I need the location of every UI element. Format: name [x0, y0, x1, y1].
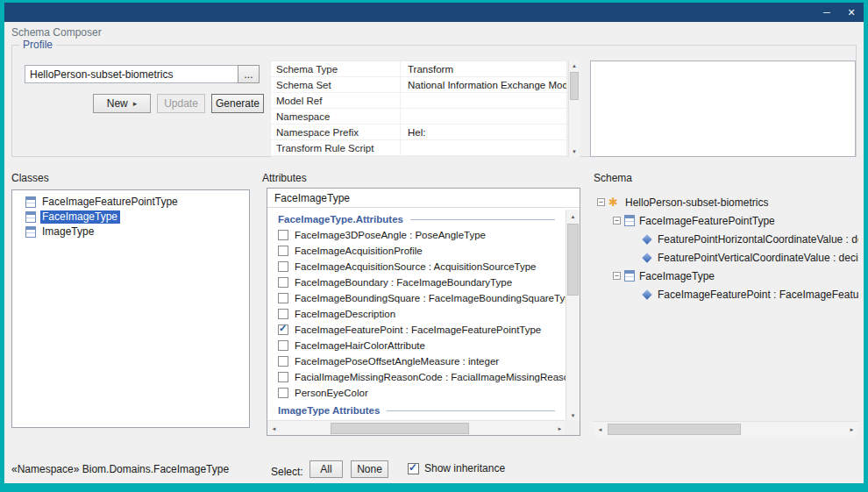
property-value	[401, 93, 566, 108]
checkmark-icon: ✓	[409, 461, 417, 474]
show-inheritance-label: Show inheritance	[424, 462, 505, 474]
scroll-left-icon[interactable]: ◄	[267, 422, 281, 435]
update-button[interactable]: Update	[157, 94, 205, 113]
browse-button[interactable]: ...	[238, 65, 260, 83]
classes-listbox[interactable]: FaceImageFeaturePointType FaceImageType …	[11, 189, 250, 428]
schema-tree-node[interactable]: FeaturePointVerticalCoordinateValue : de…	[594, 248, 858, 267]
new-button[interactable]: New ▸	[93, 94, 151, 113]
property-row[interactable]: Namespace Prefix Hel:	[271, 125, 566, 140]
attribute-row[interactable]: FaceImageBoundingSquare : FaceImageBound…	[267, 290, 566, 306]
class-name: ImageType	[40, 225, 96, 239]
generate-button-label: Generate	[216, 97, 260, 110]
dropdown-arrow-icon: ▸	[133, 99, 138, 108]
attribute-row[interactable]: FaceImageFeaturePoint : FaceImageFeature…	[267, 322, 566, 338]
schema-tree-node[interactable]: FaceImageType	[594, 267, 858, 285]
property-row[interactable]: Namespace	[271, 109, 566, 125]
property-value: Hel:	[401, 125, 566, 139]
property-row[interactable]: Transform Rule Script	[271, 140, 566, 156]
close-icon: ✕	[847, 7, 855, 18]
tree-node-icon	[624, 270, 635, 282]
attribute-checkbox[interactable]	[278, 230, 288, 240]
scrollbar-thumb[interactable]	[570, 72, 579, 100]
schema-composer-window: ─ ✕ Schema Composer Profile ... New ▸ Up…	[0, 0, 868, 492]
attributes-checkbox-list: FaceImage3DPoseAngle : PoseAngleType Fac…	[267, 227, 566, 401]
attribute-checkbox[interactable]	[278, 356, 288, 367]
tree-node-icon	[608, 196, 622, 209]
scroll-up-icon[interactable]: ▲	[569, 61, 580, 71]
attribute-row[interactable]: FaceImageDescription	[267, 306, 566, 322]
attribute-name: FacialImageMissingReasonCode : FacialIma…	[295, 372, 566, 382]
attribute-row[interactable]: PersonEyeColor	[267, 385, 566, 401]
schema-tree-nodes: HelloPerson-subset-biometrics FaceImageF…	[594, 188, 858, 303]
property-grid-scrollbar[interactable]: ▲ ▼	[568, 61, 580, 157]
attributes-panel: FaceImageType FaceImageType.Attributes F…	[267, 188, 580, 436]
property-row[interactable]: Schema Type Transform	[271, 61, 566, 77]
profile-info-panel	[590, 61, 856, 157]
attribute-row[interactable]: FaceImageBoundary : FaceImageBoundaryTyp…	[267, 275, 566, 290]
attribute-checkbox[interactable]	[278, 324, 288, 335]
schema-tree-node[interactable]: HelloPerson-subset-biometrics	[594, 193, 858, 211]
scroll-right-icon[interactable]: ►	[845, 423, 858, 436]
update-button-label: Update	[164, 97, 198, 110]
scrollbar-thumb[interactable]	[567, 224, 579, 296]
attributes-hscrollbar[interactable]: ◄ ►	[267, 420, 566, 435]
property-name: Transform Rule Script	[271, 140, 401, 155]
close-button[interactable]: ✕	[839, 3, 864, 22]
property-name: Namespace	[271, 109, 401, 124]
class-list-item[interactable]: ImageType	[12, 225, 249, 239]
profile-group-label: Profile	[19, 39, 56, 51]
attribute-row[interactable]: FaceImageAcquisitionProfile	[267, 243, 566, 259]
property-value: Transform	[401, 61, 566, 76]
minimize-button[interactable]: ─	[815, 3, 839, 22]
select-none-label: None	[357, 463, 382, 475]
attribute-checkbox[interactable]	[278, 372, 288, 382]
attribute-name: FaceImage3DPoseAngle : PoseAngleType	[295, 230, 486, 240]
property-name: Schema Set	[271, 77, 401, 92]
schema-hscrollbar[interactable]: ◄ ►	[594, 421, 858, 436]
attributes-vscrollbar[interactable]: ▲ ▼	[566, 210, 580, 422]
scrollbar-thumb[interactable]	[608, 424, 741, 435]
generate-button[interactable]: Generate	[211, 94, 264, 113]
attribute-checkbox[interactable]	[278, 246, 288, 256]
schema-tree-node[interactable]: FeaturePointHorizontalCoordinateValue : …	[594, 230, 858, 248]
attribute-checkbox[interactable]	[278, 309, 288, 319]
checkbox-box[interactable]: ✓	[408, 463, 419, 474]
scroll-left-icon[interactable]: ◄	[594, 423, 607, 436]
select-none-button[interactable]: None	[351, 460, 388, 478]
class-list-item[interactable]: FaceImageFeaturePointType	[12, 195, 249, 210]
tree-node-label: FeaturePointHorizontalCoordinateValue : …	[658, 233, 858, 246]
attribute-row[interactable]: FaceImageHairColorAttribute	[267, 338, 566, 353]
scrollbar-thumb[interactable]	[331, 423, 469, 434]
profile-name-input[interactable]	[25, 65, 238, 83]
tree-node-icon	[642, 234, 651, 244]
schema-tree-node[interactable]: FaceImageFeaturePoint : FaceImageFeature…	[594, 285, 858, 303]
attribute-checkbox[interactable]	[278, 261, 288, 272]
class-list-item[interactable]: FaceImageType	[12, 210, 249, 225]
tree-expander-icon[interactable]	[597, 198, 605, 206]
attribute-checkbox[interactable]	[278, 340, 288, 351]
scroll-down-icon[interactable]: ▼	[569, 146, 580, 157]
attribute-checkbox[interactable]	[278, 293, 288, 303]
attribute-checkbox[interactable]	[278, 277, 288, 288]
class-icon	[25, 196, 36, 208]
attribute-row[interactable]: FacialImageMissingReasonCode : FacialIma…	[267, 369, 566, 385]
attribute-row[interactable]: FaceImageAcquisitionSource : Acquisition…	[267, 259, 566, 275]
scroll-up-icon[interactable]: ▲	[566, 210, 580, 223]
tree-node-label: FeaturePointVerticalCoordinateValue : de…	[658, 252, 858, 264]
attribute-row[interactable]: FaceImage3DPoseAngle : PoseAngleType	[267, 227, 566, 243]
tree-expander-icon[interactable]	[613, 272, 621, 280]
select-all-label: All	[320, 463, 331, 475]
attributes-content: FaceImageType.Attributes FaceImage3DPose…	[267, 210, 566, 420]
show-inheritance-checkbox[interactable]: ✓ Show inheritance	[408, 462, 505, 474]
schema-tree: HelloPerson-subset-biometrics FaceImageF…	[594, 188, 858, 436]
property-row[interactable]: Model Ref	[271, 93, 566, 109]
attribute-name: FaceImageAcquisitionProfile	[295, 246, 423, 256]
tree-expander-icon[interactable]	[613, 217, 621, 225]
schema-tree-node[interactable]: FaceImageFeaturePointType	[594, 211, 858, 230]
attribute-checkbox[interactable]	[278, 388, 288, 398]
select-all-button[interactable]: All	[309, 460, 343, 478]
attribute-row[interactable]: FaceImagePoseOffsetAngleMeasure : intege…	[267, 353, 566, 369]
class-name: FaceImageType	[40, 210, 120, 224]
tree-node-icon	[642, 289, 651, 299]
property-row[interactable]: Schema Set National Information Exchange…	[271, 77, 566, 93]
